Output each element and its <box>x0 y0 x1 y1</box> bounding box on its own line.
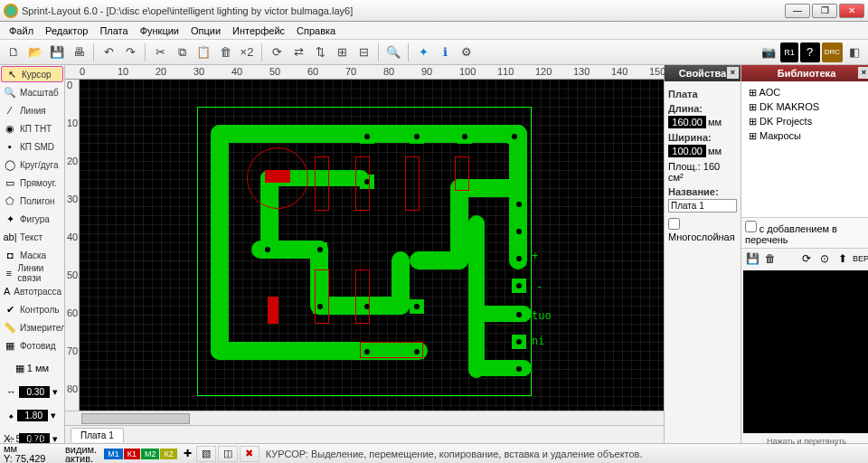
sb-icon-2[interactable]: ◫ <box>218 446 238 462</box>
refresh-icon[interactable]: ⟳ <box>799 251 814 266</box>
ruler-horizontal: 0102030405060708090100110120130140150 <box>65 65 664 80</box>
tool-palette: ↖Курсор🔍Масштаб∕Линия◉КП THT▪КП SMD◯Круг… <box>0 65 65 443</box>
rotate-icon[interactable]: ⟳ <box>267 43 287 62</box>
save-icon[interactable]: 💾 <box>47 43 67 62</box>
cursor-coords: X: 58,929 ммY: 75,429 мм <box>0 434 65 464</box>
sb-icon-1[interactable]: ▧ <box>196 446 216 462</box>
menu-Справка[interactable]: Справка <box>291 24 341 38</box>
tool-Фигура[interactable]: ✦Фигура <box>0 210 64 228</box>
maximize-button[interactable]: ❐ <box>812 4 837 18</box>
zoom-icon[interactable]: 🔍 <box>383 43 403 62</box>
close-button[interactable]: ✕ <box>839 4 864 18</box>
tool-КП SMD[interactable]: ▪КП SMD <box>0 137 64 156</box>
width-input[interactable]: 100.00 <box>668 145 706 157</box>
board-name-input[interactable] <box>668 199 737 213</box>
menubar: ФайлРедакторПлатаФункцииОпцииИнтерфейсСп… <box>0 22 868 40</box>
menu-Функции[interactable]: Функции <box>135 24 184 38</box>
delete-icon[interactable]: 🗑 <box>215 43 235 62</box>
board-tabs: Плата 1 <box>65 425 664 443</box>
silkscreen-in: ni <box>532 335 544 347</box>
library-tree[interactable]: ⊞ AOC⊞ DK MAKROS⊞ DK Projects⊞ Макросы <box>741 81 868 217</box>
undo-icon[interactable]: ↶ <box>99 43 118 62</box>
layer-selector[interactable]: М1К1М2К2 <box>100 449 181 459</box>
tool-Автотрасса[interactable]: AАвтотрасса <box>0 282 64 300</box>
tool-Контроль[interactable]: ✔Контроль <box>0 300 64 318</box>
tool-Измеритель[interactable]: 📏Измеритель <box>0 318 64 336</box>
menu-Файл[interactable]: Файл <box>4 24 39 38</box>
properties-panel: Свойства× Плата Длина: 160.00мм Ширина: … <box>664 65 741 443</box>
library-panel: Библиотека× ⊞ AOC⊞ DK MAKROS⊞ DK Project… <box>741 65 868 443</box>
statusbar: X: 58,929 ммY: 75,429 мм видим.актив. М1… <box>0 443 868 463</box>
pcb-canvas[interactable]: + - tuo ni <box>80 80 664 411</box>
tree-AOC[interactable]: ⊞ AOC <box>747 85 866 99</box>
tree-DK MAKROS[interactable]: ⊞ DK MAKROS <box>747 99 866 114</box>
titlebar: Sprint-Layout 6.0 - [D:\disc e\opel\inte… <box>0 0 868 22</box>
macro-icon[interactable]: ◧ <box>844 43 864 62</box>
silkscreen-out: tuo <box>532 309 552 322</box>
close-icon[interactable]: × <box>727 67 739 79</box>
export-icon[interactable]: ⬆ <box>835 251 850 266</box>
help-icon[interactable]: ? <box>800 43 820 62</box>
scanner-icon[interactable]: 📷 <box>759 43 778 62</box>
tool-Масштаб[interactable]: 🔍Масштаб <box>0 83 64 101</box>
drag-hint: Нажать и перетянуть <box>741 435 868 448</box>
ungroup-icon[interactable]: ⊟ <box>354 43 373 62</box>
info-icon[interactable]: ℹ <box>435 43 455 62</box>
gear-icon[interactable]: ⚙ <box>457 43 476 62</box>
close-icon[interactable]: × <box>858 67 868 79</box>
print-icon[interactable]: 🖶 <box>69 43 89 62</box>
library-toolbar: 💾 🗑 ⟳ ⊙ ⬆ ВЕР <box>741 249 868 269</box>
duplicate-icon[interactable]: ×2 <box>237 43 257 62</box>
tool-Курсор[interactable]: ↖Курсор <box>1 66 63 82</box>
settings-icon[interactable]: ⊙ <box>817 251 832 266</box>
redo-icon[interactable]: ↷ <box>120 43 140 62</box>
tool-Круг/дуга[interactable]: ◯Круг/дуга <box>0 156 64 174</box>
paste-icon[interactable]: 📋 <box>193 43 213 62</box>
cut-icon[interactable]: ✂ <box>150 43 170 62</box>
open-icon[interactable]: 📂 <box>25 43 45 62</box>
menu-Опции[interactable]: Опции <box>185 24 226 38</box>
group-icon[interactable]: ⊞ <box>332 43 352 62</box>
sb-icon-3[interactable]: ✖ <box>240 446 259 462</box>
tool-Линия[interactable]: ∕Линия <box>0 101 64 119</box>
scrollbar-h[interactable] <box>65 411 664 425</box>
ruler-vertical: 01020304050607080 <box>65 80 80 411</box>
save-icon[interactable]: 💾 <box>745 251 760 266</box>
status-message: КУРСОР: Выделение, перемещение, копирова… <box>260 449 868 459</box>
add-to-list-checkbox[interactable] <box>745 221 757 232</box>
multilayer-checkbox[interactable] <box>668 218 680 230</box>
copy-icon[interactable]: ⧉ <box>172 43 192 62</box>
tree-DK Projects[interactable]: ⊞ DK Projects <box>747 114 866 128</box>
tree-Макросы[interactable]: ⊞ Макросы <box>747 128 866 143</box>
mirror-h-icon[interactable]: ⇄ <box>288 43 308 62</box>
tool-Полигон[interactable]: ⬠Полигон <box>0 192 64 210</box>
delete-icon[interactable]: 🗑 <box>763 251 778 266</box>
library-preview <box>743 270 868 433</box>
properties-header: Свойства× <box>665 65 741 81</box>
menu-Редактор[interactable]: Редактор <box>40 24 93 38</box>
silkscreen-plus: + <box>532 250 538 262</box>
connections-icon[interactable]: ✦ <box>413 43 433 62</box>
tool-КП THT[interactable]: ◉КП THT <box>0 119 64 137</box>
tab-board-1[interactable]: Плата 1 <box>71 428 124 442</box>
tool-Прямоуг.[interactable]: ▭Прямоуг. <box>0 174 64 192</box>
new-icon[interactable]: 🗋 <box>4 43 24 62</box>
tool-Фотовид[interactable]: ▦Фотовид <box>0 336 64 354</box>
silkscreen-minus: - <box>536 280 542 293</box>
menu-Плата[interactable]: Плата <box>94 24 133 38</box>
minimize-button[interactable]: — <box>785 4 810 18</box>
r1-icon[interactable]: R1 <box>780 43 798 62</box>
window-title: Sprint-Layout 6.0 - [D:\disc e\opel\inte… <box>22 5 781 16</box>
mirror-v-icon[interactable]: ⇅ <box>310 43 330 62</box>
tool-Текст[interactable]: ab|Текст <box>0 228 64 246</box>
main-toolbar: 🗋 📂 💾 🖶 ↶ ↷ ✂ ⧉ 📋 🗑 ×2 ⟳ ⇄ ⇅ ⊞ ⊟ 🔍 ✦ ℹ ⚙… <box>0 40 868 65</box>
length-input[interactable]: 160.00 <box>668 116 706 128</box>
menu-Интерфейс[interactable]: Интерфейс <box>227 24 290 38</box>
tool-Маска[interactable]: ◘Маска <box>0 246 64 264</box>
tool-Линии связи[interactable]: ≡Линии связи <box>0 264 64 282</box>
drc-icon[interactable]: DRC <box>822 43 843 62</box>
app-icon <box>4 4 18 18</box>
